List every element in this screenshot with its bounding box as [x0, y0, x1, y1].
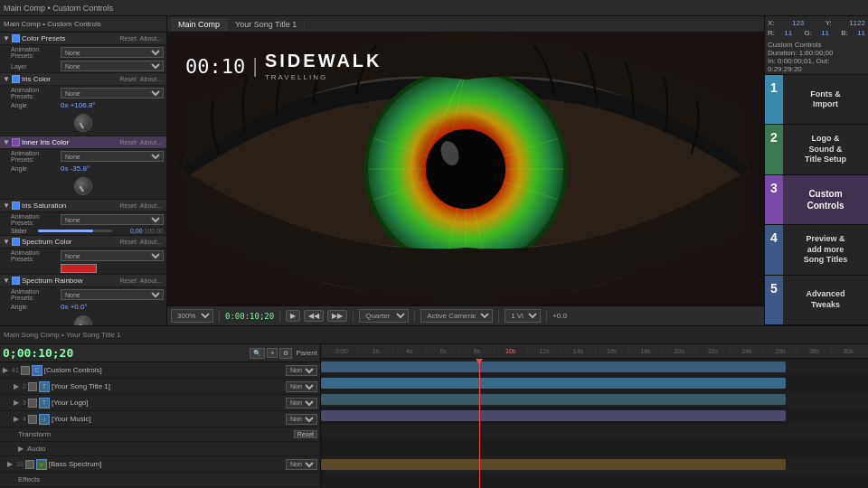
- camera-dropdown[interactable]: Active Cameras: [420, 309, 493, 323]
- iris-color-header[interactable]: ▼ Iris Color Reset About...: [0, 73, 166, 86]
- timeline-timecode: 0;00:10;20: [3, 346, 73, 360]
- spectrum-rainbow-angle-value[interactable]: 0x +0.0°: [61, 303, 88, 311]
- toolbar-play-btn[interactable]: ▶: [286, 310, 300, 322]
- inner-iris-color-about[interactable]: About...: [138, 139, 164, 145]
- toolbar-step-fwd[interactable]: ▶▶: [327, 310, 347, 322]
- tab-main-comp[interactable]: Main Comp: [171, 18, 228, 31]
- iris-color-about[interactable]: About...: [138, 76, 164, 82]
- tl-parent-cc[interactable]: None: [286, 365, 317, 376]
- spectrum-color-reset[interactable]: Reset: [118, 239, 138, 245]
- comp-label: Custom Controls: [768, 41, 865, 49]
- track-audio-1[interactable]: ▶ Audio: [0, 442, 320, 456]
- spectrum-rainbow-checkbox[interactable]: [12, 277, 20, 285]
- color-presets-about[interactable]: About...: [138, 35, 164, 42]
- iris-color-checkbox[interactable]: [12, 75, 20, 83]
- iris-saturation-header[interactable]: ▼ Iris Saturation Reset About...: [0, 200, 166, 212]
- iris-saturation-toggle[interactable]: ▼: [3, 202, 10, 210]
- iris-saturation-checkbox[interactable]: [12, 202, 20, 210]
- view-dropdown[interactable]: 1 View2 Views: [505, 309, 541, 323]
- iris-color-angle-value[interactable]: 0x +106.8°: [61, 101, 96, 109]
- b-label: B:: [841, 29, 848, 37]
- tl-checkbox-cc[interactable]: [21, 366, 30, 375]
- spectrum-color-checkbox[interactable]: [12, 238, 20, 246]
- spectrum-color-animation-dropdown[interactable]: None: [61, 250, 164, 261]
- track-row-cc: [321, 359, 868, 375]
- step-4-label: Preview &add moreSong Titles: [783, 225, 868, 274]
- color-presets-header[interactable]: ▼ Color Presets Reset About...: [0, 33, 166, 45]
- iris-saturation-about[interactable]: About...: [138, 202, 164, 209]
- track-effects-1[interactable]: Effects: [0, 473, 320, 487]
- tab-your-song-title[interactable]: Your Song Title 1: [228, 18, 305, 31]
- track-your-music[interactable]: ▶ 4 ♪ [Your Music] None: [0, 411, 320, 427]
- quality-dropdown[interactable]: QuarterHalfFull: [359, 309, 409, 323]
- playhead[interactable]: [479, 359, 480, 488]
- inner-iris-color-toggle[interactable]: ▼: [3, 138, 10, 146]
- step-2-logo-sound[interactable]: 2 Logo &Sound &Title Setup: [765, 125, 868, 174]
- spectrum-rainbow-animation-dropdown[interactable]: None: [61, 289, 164, 300]
- effects-list[interactable]: ▼ Color Presets Reset About... Animation…: [0, 33, 166, 325]
- tl-icon-logo: T: [39, 398, 50, 408]
- tl-parent-music[interactable]: None: [286, 414, 317, 425]
- tl-settings-btn[interactable]: ⚙: [279, 348, 292, 359]
- spectrum-color-toggle[interactable]: ▼: [3, 238, 10, 246]
- color-presets-layer-dropdown[interactable]: None: [61, 61, 164, 71]
- ruler-6s: 6s: [426, 348, 459, 354]
- steps-panel: 1 Fonts &Import 2 Logo &Sound &Title Set…: [765, 75, 868, 325]
- step-3-custom-controls[interactable]: 3 CustomControls: [765, 175, 868, 225]
- track-bass-spectrum[interactable]: ▶ 10 ♪ [Bass Spectrum] None: [0, 456, 320, 473]
- spectrum-rainbow-header[interactable]: ▼ Spectrum Rainbow Reset About...: [0, 275, 166, 287]
- iris-color-toggle[interactable]: ▼: [3, 75, 10, 83]
- iris-saturation-reset[interactable]: Reset: [118, 202, 138, 209]
- tl-checkbox-music[interactable]: [28, 415, 37, 424]
- tl-search-btn[interactable]: 🔍: [250, 348, 265, 359]
- inner-iris-color-header[interactable]: ▼ Inner Iris Color Reset About...: [0, 136, 166, 149]
- y-label: Y:: [826, 19, 832, 27]
- step-5-advanced[interactable]: 5 AdvancedTweaks: [765, 276, 868, 325]
- tl-parent-bass[interactable]: None: [286, 459, 317, 470]
- spectrum-color-header[interactable]: ▼ Spectrum Color Reset About...: [0, 236, 166, 249]
- spectrum-color-about[interactable]: About...: [138, 239, 164, 245]
- iris-saturation-slider[interactable]: [38, 230, 112, 232]
- inner-iris-color-reset[interactable]: Reset: [118, 139, 138, 145]
- spectrum-color-section: ▼ Spectrum Color Reset About... Animatio…: [0, 236, 166, 275]
- toolbar-sep-5: [498, 310, 499, 323]
- track-transform-1[interactable]: Transform Reset: [0, 427, 320, 442]
- step-4-preview[interactable]: 4 Preview &add moreSong Titles: [765, 225, 868, 275]
- x-label: X:: [768, 19, 775, 27]
- tl-icon-yst: T: [39, 381, 50, 392]
- iris-color-animation-dropdown[interactable]: None: [61, 88, 164, 99]
- tl-reset-transform-1[interactable]: Reset: [294, 430, 317, 438]
- track-custom-controls[interactable]: ▶ 41 C [Custom Controls] None: [0, 362, 320, 379]
- color-presets-animation-dropdown[interactable]: None: [61, 47, 164, 58]
- tl-parent-logo[interactable]: None: [286, 398, 317, 408]
- tl-checkbox-bass[interactable]: [25, 460, 34, 469]
- spectrum-color-swatch[interactable]: [61, 264, 97, 273]
- tl-checkbox-yst[interactable]: [28, 382, 37, 391]
- track-your-song-title[interactable]: ▶ 2 T [Your Song Title 1] None: [0, 379, 320, 395]
- color-presets-reset[interactable]: Reset: [118, 35, 138, 42]
- right-panel: X: 123 Y: 1122 R: 11 G: 11 B: 11 Custom …: [764, 16, 868, 325]
- title-separator: |: [252, 54, 258, 78]
- inner-iris-color-angle-value[interactable]: 0x -35.8°: [61, 164, 90, 173]
- spectrum-rainbow-knob[interactable]: [74, 315, 92, 325]
- color-presets-checkbox[interactable]: [12, 34, 20, 42]
- preview-timecode: 00:10: [185, 55, 245, 78]
- inner-iris-color-checkbox[interactable]: [12, 138, 20, 146]
- ruler-20s: 20s: [662, 348, 695, 354]
- iris-color-knob[interactable]: [74, 114, 92, 132]
- tl-parent-yst[interactable]: None: [286, 381, 317, 392]
- zoom-dropdown[interactable]: 300%100%50%: [171, 309, 213, 323]
- spectrum-rainbow-toggle[interactable]: ▼: [3, 277, 10, 285]
- tl-checkbox-logo[interactable]: [28, 399, 37, 408]
- toolbar-step-back[interactable]: ◀◀: [304, 310, 324, 322]
- inner-iris-color-animation-dropdown[interactable]: None: [61, 151, 164, 162]
- iris-saturation-animation-dropdown[interactable]: None: [61, 214, 164, 225]
- spectrum-rainbow-about[interactable]: About...: [138, 277, 164, 284]
- track-your-logo[interactable]: ▶ 3 T [Your Logo] None: [0, 395, 320, 411]
- tl-new-layer-btn[interactable]: +: [267, 348, 278, 358]
- spectrum-rainbow-reset[interactable]: Reset: [118, 277, 138, 284]
- inner-iris-color-knob[interactable]: [74, 177, 92, 195]
- iris-color-reset[interactable]: Reset: [118, 76, 138, 82]
- color-presets-toggle[interactable]: ▼: [3, 34, 10, 42]
- step-1-fonts-import[interactable]: 1 Fonts &Import: [765, 75, 868, 125]
